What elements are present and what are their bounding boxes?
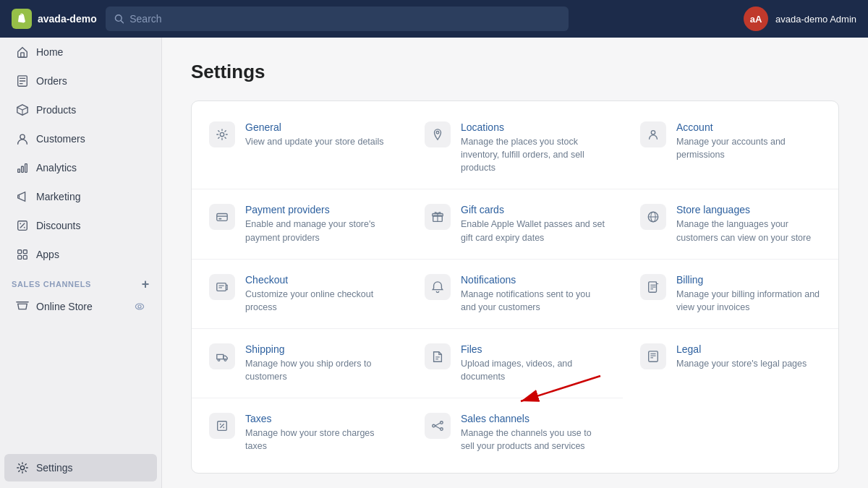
location-icon	[425, 121, 451, 147]
svg-line-9	[17, 107, 22, 110]
sidebar-label-online-store: Online Store	[36, 301, 93, 312]
taxes-icon	[209, 413, 235, 439]
sidebar: Home Orders Products Customers Analytics…	[0, 38, 162, 488]
gift-icon	[425, 204, 451, 230]
sidebar-item-products[interactable]: Products	[4, 96, 157, 124]
svg-line-1	[121, 20, 123, 22]
settings-item-desc-taxes: Manage how your store charges taxes	[245, 427, 390, 453]
orders-icon	[16, 74, 29, 87]
avatar[interactable]: aA	[744, 7, 768, 31]
add-sales-channel-icon[interactable]: +	[142, 278, 150, 291]
settings-item-store-languages[interactable]: Store languages Manage the languages you…	[623, 189, 838, 259]
settings-item-billing[interactable]: Billing Manage your billing information …	[623, 260, 838, 329]
svg-line-10	[22, 107, 27, 110]
svg-point-46	[224, 359, 226, 361]
settings-item-desc-shipping: Manage how you ship orders to customers	[245, 357, 390, 383]
settings-item-notifications[interactable]: Notifications Manage notifications sent …	[407, 260, 623, 329]
settings-item-title-shipping: Shipping	[245, 343, 390, 355]
sidebar-item-discounts[interactable]: Discounts	[4, 212, 157, 239]
sidebar-label-apps: Apps	[36, 249, 59, 260]
sidebar-item-home[interactable]: Home	[4, 38, 157, 66]
svg-point-57	[433, 424, 435, 427]
svg-point-25	[20, 466, 24, 469]
sidebar-item-online-store[interactable]: Online Store	[4, 294, 157, 319]
settings-item-checkout[interactable]: Checkout Customize your online checkout …	[192, 260, 407, 329]
page-title: Settings	[191, 61, 839, 83]
settings-item-taxes[interactable]: Taxes Manage how your store charges taxe…	[192, 398, 407, 467]
settings-item-title-notifications: Notifications	[461, 274, 605, 286]
sidebar-label-products: Products	[36, 104, 76, 116]
settings-item-desc-store-languages: Manage the languages your customers can …	[676, 218, 821, 244]
settings-grid: General View and update your store detai…	[192, 107, 838, 467]
store-name: avada-demo	[38, 13, 97, 25]
svg-rect-19	[18, 250, 22, 254]
svg-rect-13	[22, 166, 24, 172]
customers-icon	[16, 132, 29, 145]
eye-icon[interactable]	[134, 301, 145, 312]
settings-item-legal[interactable]: Legal Manage your store's legal pages	[623, 329, 838, 398]
sidebar-item-customers[interactable]: Customers	[4, 125, 157, 153]
svg-line-60	[435, 423, 440, 426]
settings-item-title-taxes: Taxes	[245, 413, 390, 424]
settings-item-desc-sales-channels: Manage the channels you use to sell your…	[461, 427, 605, 453]
svg-point-55	[220, 424, 221, 425]
svg-point-18	[24, 227, 25, 228]
svg-rect-38	[217, 283, 226, 291]
settings-item-gift-cards[interactable]: Gift cards Enable Apple Wallet passes an…	[407, 189, 623, 259]
svg-rect-2	[21, 53, 25, 57]
settings-nav-icon	[16, 461, 29, 474]
billing-icon	[640, 274, 666, 300]
store-logo[interactable]: avada-demo	[12, 9, 97, 29]
svg-rect-12	[18, 169, 20, 173]
svg-point-28	[651, 131, 655, 134]
svg-point-17	[20, 223, 21, 224]
sidebar-label-customers: Customers	[36, 133, 85, 145]
svg-rect-31	[219, 218, 222, 220]
settings-item-desc-account: Manage your accounts and permissions	[676, 135, 821, 161]
search-input[interactable]	[129, 13, 559, 25]
settings-item-files[interactable]: Files Upload images, videos, and documen…	[407, 329, 623, 398]
shipping-icon	[209, 343, 235, 369]
sidebar-label-orders: Orders	[36, 75, 67, 87]
search-bar[interactable]	[106, 7, 569, 31]
settings-item-desc-billing: Manage your billing information and view…	[676, 288, 821, 314]
settings-item-desc-notifications: Manage notifications sent to you and you…	[461, 288, 605, 314]
settings-item-general[interactable]: General View and update your store detai…	[192, 107, 407, 189]
notifications-icon	[425, 274, 451, 300]
svg-point-58	[441, 421, 443, 424]
settings-item-locations[interactable]: Locations Manage the places you stock in…	[407, 107, 623, 189]
gear-icon	[209, 121, 235, 147]
svg-point-59	[441, 428, 443, 431]
sidebar-item-marketing[interactable]: Marketing	[4, 183, 157, 210]
svg-rect-14	[25, 164, 27, 173]
settings-item-desc-files: Upload images, videos, and documents	[461, 357, 605, 383]
settings-item-desc-locations: Manage the places you stock inventory, f…	[461, 135, 605, 174]
products-icon	[16, 103, 29, 116]
analytics-icon	[16, 161, 29, 174]
settings-item-desc-legal: Manage your store's legal pages	[676, 357, 807, 370]
admin-name: avada-demo Admin	[775, 14, 856, 25]
sidebar-item-orders[interactable]: Orders	[4, 67, 157, 95]
svg-point-23	[135, 304, 143, 309]
settings-item-title-store-languages: Store languages	[676, 204, 821, 215]
svg-point-24	[138, 305, 141, 308]
files-icon	[425, 343, 451, 369]
sidebar-item-settings[interactable]: Settings	[4, 454, 157, 481]
shopify-logo-icon	[12, 9, 32, 29]
main-content: Settings General View and update your st…	[162, 38, 868, 488]
svg-rect-21	[18, 255, 22, 259]
marketing-icon	[16, 190, 29, 203]
settings-item-shipping[interactable]: Shipping Manage how you ship orders to c…	[192, 329, 407, 398]
settings-item-account[interactable]: Account Manage your accounts and permiss…	[623, 107, 838, 189]
sidebar-item-analytics[interactable]: Analytics	[4, 154, 157, 181]
sidebar-item-apps[interactable]: Apps	[4, 241, 157, 268]
sidebar-label-settings: Settings	[36, 462, 73, 474]
settings-item-payment-providers[interactable]: Payment providers Enable and manage your…	[192, 189, 407, 259]
sidebar-label-marketing: Marketing	[36, 191, 80, 202]
settings-item-sales-channels[interactable]: Sales channels Manage the channels you u…	[407, 398, 623, 467]
settings-item-title-locations: Locations	[461, 121, 605, 133]
sidebar-label-home: Home	[36, 46, 63, 58]
settings-item-title-legal: Legal	[676, 343, 807, 355]
settings-item-title-gift-cards: Gift cards	[461, 204, 605, 215]
sales-channels-icon	[425, 413, 451, 439]
